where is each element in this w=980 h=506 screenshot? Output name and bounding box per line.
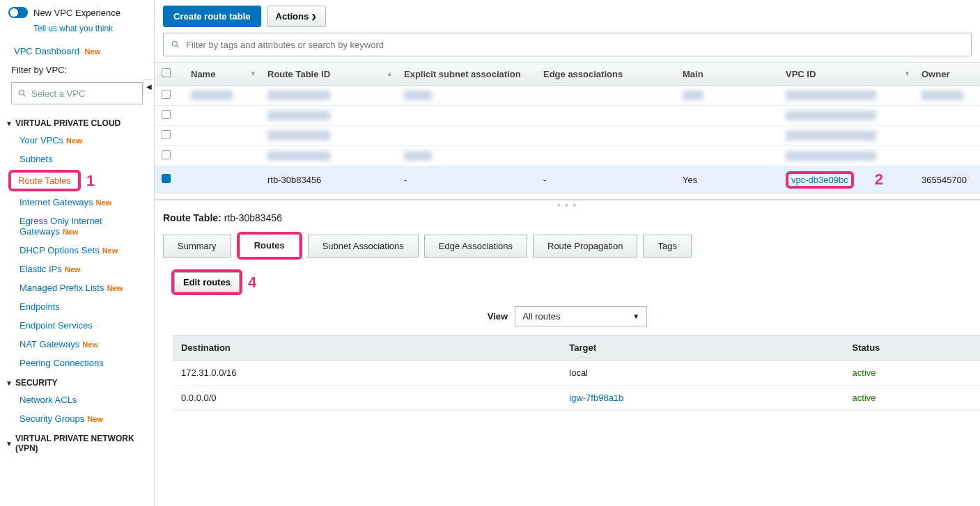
search-input[interactable] [186,40,964,50]
route-target: local [561,361,843,386]
tab-subnet-assoc[interactable]: Subnet Associations [308,235,419,258]
svg-point-0 [19,90,24,95]
sidebar-collapse-button[interactable]: ◀ [143,79,155,93]
sort-icon[interactable]: ▲ [387,70,393,77]
tab-summary[interactable]: Summary [163,235,231,258]
new-badge: New [65,265,81,274]
section-security-header[interactable]: ▼ SECURITY [0,372,154,390]
col-rtid-label[interactable]: Route Table ID [267,69,330,79]
col-owner-label[interactable]: Owner [921,69,949,79]
cell-owner: 365545700 [915,166,980,193]
new-experience-toggle[interactable] [8,7,28,18]
sidebar-item-security-groups[interactable]: Security GroupsNew [0,409,154,428]
sidebar-item-network-acls[interactable]: Network ACLs [0,390,154,409]
new-badge: New [87,415,103,423]
caret-down-icon: ▼ [6,120,13,127]
route-status: active [844,386,980,411]
filter-by-vpc-label: Filter by VPC: [0,61,154,79]
view-select[interactable]: All routes ▼ [515,306,647,326]
sidebar-dashboard-label: VPC Dashboard [14,46,79,56]
sidebar-item-label: Security Groups [20,413,84,424]
tell-us-link[interactable]: Tell us what you think [0,24,154,33]
sidebar-item-internet-gateways[interactable]: Internet GatewaysNew [0,193,154,212]
detail-title: Route Table: rtb-30b83456 [163,211,972,232]
tab-tags[interactable]: Tags [643,235,691,258]
actions-button[interactable]: Actions ❯ [267,6,327,27]
create-route-table-button[interactable]: Create route table [163,6,261,27]
sidebar-item-endpoint-services[interactable]: Endpoint Services [0,316,154,335]
vpc-select-placeholder: Select a VPC [31,88,85,99]
sidebar-item-label: Egress Only Internet Gateways [20,216,102,237]
route-target-link[interactable]: igw-7fb98a1b [569,393,623,403]
sidebar-item-your-vpcs[interactable]: Your VPCsNew [0,131,154,150]
sidebar-item-elastic-ips[interactable]: Elastic IPsNew [0,260,154,278]
col-rtid: Route Table ID▲ [260,63,397,86]
route-tables-table: Name▼ Route Table ID▲ Explicit subnet as… [155,62,980,193]
sidebar-item-dhcp[interactable]: DHCP Options SetsNew [0,241,154,260]
sidebar-item-endpoints[interactable]: Endpoints [0,297,154,316]
sidebar-item-route-tables[interactable]: Route Tables [18,175,71,186]
col-owner: Owner [915,63,980,86]
new-badge: New [107,284,123,292]
cell-explicit: - [397,166,536,193]
sidebar-item-label: Network ACLs [20,395,77,405]
annotation-2: 2 [875,171,883,189]
sidebar-item-label: Elastic IPs [20,264,62,274]
col-name-label[interactable]: Name [191,69,215,79]
detail-panel: ● ● ● Route Table: rtb-30b83456 Summary … [155,199,980,506]
annotation-4: 4 [248,274,256,292]
svg-point-2 [172,41,177,46]
route-destination: 0.0.0.0/0 [173,386,561,411]
edit-routes-button[interactable]: Edit routes [174,272,240,292]
caret-down-icon: ▼ [632,313,639,320]
row-checkbox[interactable] [162,174,171,183]
sidebar-item-label: Your VPCs [20,135,63,145]
select-all-checkbox[interactable] [162,68,171,77]
table-row[interactable]: xx [155,126,980,146]
section-vpn-title: VIRTUAL PRIVATE NETWORK (VPN) [15,434,148,453]
detail-title-id: rtb-30b83456 [224,212,282,223]
col-status[interactable]: Status [844,335,980,361]
toolbar: Create route table Actions ❯ [155,0,980,33]
section-vpc-title: VIRTUAL PRIVATE CLOUD [15,118,120,128]
cell-vpc-link[interactable]: vpc-db3e09bc [791,175,848,185]
search-bar[interactable] [163,33,972,56]
row-checkbox[interactable] [162,90,171,99]
col-edge-label[interactable]: Edge associations [543,69,623,79]
row-checkbox[interactable] [162,110,171,119]
main-panel: Create route table Actions ❯ Name▼ Route [155,0,980,506]
row-checkbox[interactable] [162,150,171,159]
tab-routes[interactable]: Routes [240,235,300,257]
col-target[interactable]: Target [561,335,843,361]
sort-icon[interactable]: ▼ [904,70,910,77]
sidebar-item-label: Internet Gateways [20,197,93,207]
table-row[interactable]: xxx [155,146,980,166]
col-main-label[interactable]: Main [683,69,703,79]
new-badge: New [63,228,79,236]
col-vpc-label[interactable]: VPC ID [786,69,816,79]
sort-icon[interactable]: ▼ [250,70,256,77]
new-experience-toggle-row: New VPC Experience [0,7,154,24]
routes-table: Destination Target Status 172.31.0.0/16 … [173,335,980,411]
drag-handle[interactable]: ● ● ● [163,202,972,208]
sidebar-item-nat-gateways[interactable]: NAT GatewaysNew [0,335,154,354]
section-vpc-header[interactable]: ▼ VIRTUAL PRIVATE CLOUD [0,113,154,131]
sidebar-item-subnets[interactable]: Subnets [0,150,154,168]
sidebar-item-egress-only[interactable]: Egress Only Internet GatewaysNew [0,212,154,241]
sidebar-item-peering[interactable]: Peering Connections [0,354,154,372]
col-destination[interactable]: Destination [173,335,561,361]
tab-route-propagation[interactable]: Route Propagation [533,235,637,258]
sidebar-item-prefix-lists[interactable]: Managed Prefix ListsNew [0,278,154,297]
route-status: active [844,361,980,386]
col-explicit-label[interactable]: Explicit subnet association [404,69,521,79]
vpc-select[interactable]: Select a VPC [11,82,143,104]
table-row[interactable]: xxxxxx [155,86,980,106]
detail-tabs: Summary Routes 3 Subnet Associations Edg… [163,232,972,260]
tab-edge-assoc[interactable]: Edge Associations [424,235,527,258]
sidebar-item-dashboard[interactable]: VPC Dashboard New [0,42,154,61]
table-row[interactable]: xx [155,106,980,126]
section-vpn-header[interactable]: ▼ VIRTUAL PRIVATE NETWORK (VPN) [0,428,154,456]
new-experience-label: New VPC Experience [33,8,120,18]
row-checkbox[interactable] [162,130,171,139]
table-row-selected[interactable]: rtb-30b83456 - - Yes vpc-db3e09bc 2 3655… [155,166,980,193]
